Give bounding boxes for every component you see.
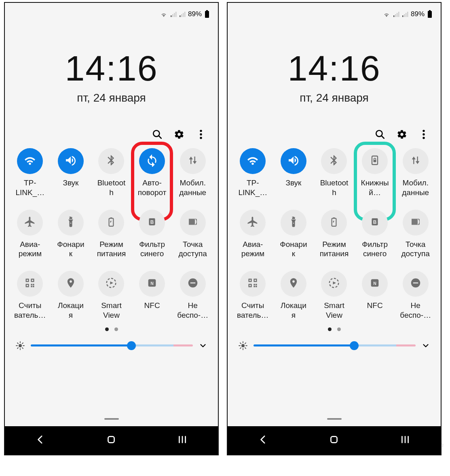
qs-toggle-bluetooth[interactable]: [98, 148, 124, 174]
svg-rect-71: [254, 284, 256, 285]
svg-text:B: B: [373, 219, 377, 225]
nav-home-button[interactable]: [329, 434, 339, 446]
chevron-down-icon[interactable]: [421, 341, 430, 350]
qs-tile-flash: Фонари к: [51, 210, 91, 259]
qs-tile-bluetooth: Bluetoot h: [314, 148, 355, 198]
chevron-down-icon[interactable]: [199, 341, 207, 350]
clock-time: 14:16: [5, 48, 218, 89]
qs-toggle-smartview[interactable]: [98, 271, 124, 297]
qs-toggle-power[interactable]: [321, 210, 347, 236]
nav-home-button[interactable]: [106, 434, 116, 446]
svg-rect-72: [256, 284, 257, 285]
nav-back-button[interactable]: [35, 434, 46, 446]
qs-label-wifi: TP- LINK_…: [15, 178, 44, 198]
qs-tile-mobile: Мобил. данные: [395, 148, 436, 198]
svg-rect-63: [374, 160, 376, 162]
recents-icon: [177, 435, 188, 444]
watermark-text: user-life.com: [404, 441, 444, 449]
qs-label-mobile: Мобил. данные: [402, 178, 429, 198]
settings-button[interactable]: [173, 128, 186, 141]
search-button[interactable]: [374, 128, 387, 141]
brightness-thumb[interactable]: [127, 341, 136, 350]
qs-toggle-power[interactable]: [98, 210, 124, 236]
signal-2-icon: [179, 11, 186, 17]
brightness-slider[interactable]: [31, 344, 193, 346]
location-icon: [65, 277, 76, 290]
qs-toggle-hotspot[interactable]: [180, 210, 206, 236]
qs-toggle-bluefilter[interactable]: B: [362, 210, 388, 236]
qs-toggle-airplane[interactable]: [17, 210, 43, 236]
qs-label-flash: Фонари к: [280, 240, 307, 259]
qs-toggle-flash[interactable]: [58, 210, 84, 236]
nav-back-button[interactable]: [258, 434, 268, 446]
svg-point-12: [200, 130, 202, 132]
panel-handle[interactable]: [327, 418, 342, 420]
more-button[interactable]: [194, 128, 207, 141]
qs-label-smartview: Smart View: [324, 301, 344, 320]
svg-rect-51: [402, 15, 404, 17]
qs-tile-dnd: Не беспо-…: [395, 271, 436, 320]
clock-area: 14:16 пт, 24 января: [5, 48, 218, 104]
qs-label-sound: Звук: [285, 178, 301, 188]
battery-icon: [204, 10, 210, 18]
qs-toggle-portrait[interactable]: [362, 148, 388, 174]
qs-toggle-airplane[interactable]: [240, 210, 266, 236]
airplane-icon: [24, 216, 36, 230]
qs-toggle-sound[interactable]: [281, 148, 306, 174]
search-icon: [375, 129, 385, 140]
page-dot-2[interactable]: [337, 327, 341, 331]
page-dot-1[interactable]: [328, 327, 332, 331]
qs-toggle-qr[interactable]: [17, 271, 43, 297]
search-button[interactable]: [151, 128, 164, 141]
qs-toggle-qr[interactable]: [240, 271, 266, 297]
qs-toggle-smartview[interactable]: [321, 271, 347, 297]
svg-line-88: [240, 343, 241, 344]
qs-tile-mobile: Мобил. данные: [172, 148, 213, 198]
page-dot-1[interactable]: [105, 327, 109, 331]
qs-toggle-mobile[interactable]: [403, 148, 429, 174]
qs-toggle-flash[interactable]: [281, 210, 306, 236]
svg-point-13: [200, 133, 202, 135]
qs-toggle-mobile[interactable]: [180, 148, 206, 174]
svg-rect-0: [171, 15, 172, 17]
brightness-thumb[interactable]: [350, 341, 359, 350]
panel-handle[interactable]: [104, 418, 119, 420]
navigation-bar: [228, 426, 441, 455]
svg-rect-49: [397, 13, 398, 17]
svg-rect-43: [108, 436, 114, 442]
qs-toggle-bluefilter[interactable]: B: [139, 210, 165, 236]
qs-toggle-location[interactable]: [281, 271, 306, 297]
qs-toggle-nfc[interactable]: N: [139, 271, 165, 297]
brightness-slider[interactable]: [254, 344, 416, 346]
home-icon: [329, 434, 339, 445]
location-icon: [288, 277, 299, 290]
qs-toggle-hotspot[interactable]: [403, 210, 429, 236]
qs-toggle-nfc[interactable]: N: [362, 271, 388, 297]
svg-rect-47: [393, 15, 395, 17]
clock-date: пт, 24 января: [5, 91, 218, 104]
settings-button[interactable]: [395, 128, 408, 141]
qs-label-power: Режим питания: [97, 240, 126, 259]
qs-toggle-location[interactable]: [58, 271, 84, 297]
qs-label-flash: Фонари к: [57, 240, 84, 259]
svg-text:N: N: [373, 281, 376, 286]
qs-toggle-rotate[interactable]: [139, 148, 165, 174]
wifi-status-icon: [382, 11, 391, 17]
qs-toggle-wifi[interactable]: [17, 148, 43, 174]
qs-tile-power: Режим питания: [91, 210, 132, 259]
qs-toggle-wifi[interactable]: [240, 148, 266, 174]
qs-toggle-dnd[interactable]: [403, 271, 429, 297]
qs-tile-hotspot: Точка доступа: [395, 210, 436, 259]
svg-rect-1: [172, 14, 173, 17]
qs-toggle-sound[interactable]: [58, 148, 84, 174]
nav-recents-button[interactable]: [177, 435, 188, 446]
qs-tile-location: Локаци я: [51, 271, 91, 320]
qs-toggle-bluetooth[interactable]: [321, 148, 347, 174]
qs-label-qr: Считы ватель…: [14, 301, 46, 320]
more-button[interactable]: [417, 128, 430, 141]
svg-rect-74: [256, 286, 257, 287]
svg-rect-33: [190, 283, 195, 284]
page-dot-2[interactable]: [114, 327, 118, 331]
qs-toggle-dnd[interactable]: [180, 271, 206, 297]
svg-rect-53: [406, 13, 407, 17]
